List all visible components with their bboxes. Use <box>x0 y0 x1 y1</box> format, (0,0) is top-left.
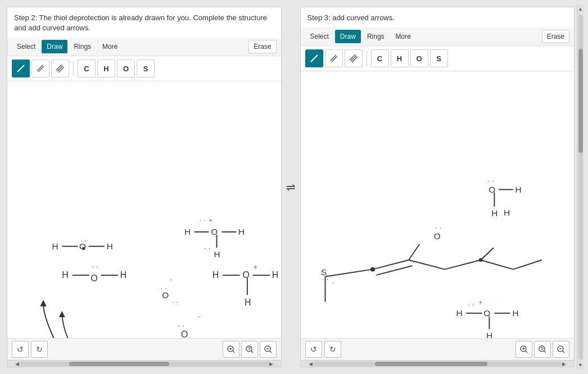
svg-text:·: · <box>468 302 469 309</box>
svg-text:H: H <box>52 241 58 251</box>
panel-2-hscrollbar: ◀ ▶ <box>301 360 575 367</box>
panel-1-hscrollbar: ◀ ▶ <box>7 360 281 367</box>
vscroll-track[interactable] <box>578 15 583 359</box>
panel-1: Step 2: The thiol deprotection is alread… <box>7 7 282 367</box>
zoom-out-btn-2[interactable] <box>553 341 569 358</box>
triple-bond-btn-2[interactable] <box>345 49 363 67</box>
svg-text:O: O <box>162 290 169 300</box>
vscroll-thumb[interactable] <box>578 49 583 152</box>
draw-button-1[interactable]: Draw <box>42 40 67 53</box>
erase-button-1[interactable]: Erase <box>248 40 276 53</box>
svg-line-0 <box>17 65 24 72</box>
svg-line-122 <box>481 248 494 260</box>
svg-text:H: H <box>238 227 245 236</box>
carbon-btn-1[interactable]: C <box>78 60 96 77</box>
panel-2-toolbar: Select Draw Rings More Erase <box>301 28 575 46</box>
panel-1-bottom-controls: ↺ ↻ <box>7 338 281 360</box>
single-bond-btn-1[interactable] <box>12 60 30 77</box>
svg-text:·: · <box>487 177 489 184</box>
svg-line-120 <box>409 260 445 270</box>
hydrogen-btn-2[interactable]: H <box>391 49 409 67</box>
erase-button-2[interactable]: Erase <box>542 30 569 43</box>
oxygen-btn-1[interactable]: O <box>117 60 135 77</box>
double-bond-btn-1[interactable] <box>31 60 49 77</box>
svg-line-116 <box>325 270 372 277</box>
svg-line-141 <box>544 351 546 353</box>
zoom-in-btn-1[interactable] <box>223 341 239 358</box>
svg-line-137 <box>526 351 527 353</box>
scroll-left-1[interactable]: ◀ <box>15 361 19 367</box>
svg-text:O: O <box>433 231 440 241</box>
triple-bond-btn-1[interactable] <box>51 60 69 77</box>
svg-line-119 <box>409 244 419 260</box>
panel-1-title: Step 2: The thiol deprotection is alread… <box>7 7 281 38</box>
svg-text:H: H <box>456 308 462 318</box>
svg-text:·: · <box>492 177 494 184</box>
panel-2-bottom-controls: ↺ ↻ <box>301 338 575 360</box>
select-button-2[interactable]: Select <box>305 30 334 43</box>
sulfur-btn-1[interactable]: S <box>137 60 155 77</box>
select-button-1[interactable]: Select <box>12 40 40 53</box>
zoom-in-btn-2[interactable] <box>515 341 532 358</box>
redo-btn-1[interactable]: ↻ <box>31 341 48 358</box>
svg-text:H: H <box>184 227 191 236</box>
vscroll-down[interactable]: ▼ <box>578 361 583 370</box>
hydrogen-btn-1[interactable]: H <box>97 60 115 77</box>
svg-text:·: · <box>440 225 441 232</box>
double-bond-btn-2[interactable] <box>325 49 343 67</box>
svg-line-143 <box>563 351 564 353</box>
scroll-right-2[interactable]: ▶ <box>562 361 566 367</box>
panel-1-draw-tools: C H O S <box>7 56 281 81</box>
sulfur-btn-2[interactable]: S <box>430 49 448 67</box>
zoom-reset-btn-2[interactable] <box>534 341 551 358</box>
svg-point-140 <box>539 346 545 352</box>
equilibrium-symbol: ⇌ <box>286 180 296 194</box>
oxygen-btn-2[interactable]: O <box>410 49 428 67</box>
svg-line-93 <box>311 55 318 62</box>
canvas-area-2[interactable]: · · O H H · · O H · · S · <box>301 71 575 338</box>
hscroll-thumb-2[interactable] <box>375 362 487 366</box>
redo-btn-2[interactable]: ↻ <box>324 341 341 358</box>
svg-text:·: · <box>204 217 206 224</box>
svg-text:H: H <box>107 241 113 251</box>
canvas-area-1[interactable]: H · · O H · · + H O H <box>7 81 281 338</box>
panel-1-toolbar: Select Draw Rings More Erase <box>7 38 281 56</box>
rings-button-2[interactable]: Rings <box>362 30 390 43</box>
svg-text:·: · <box>472 302 473 309</box>
panel-2: Step 3: add curved arrows. Select Draw R… <box>300 7 575 367</box>
hscroll-thumb-1[interactable] <box>69 362 169 366</box>
draw-button-2[interactable]: Draw <box>335 30 361 43</box>
svg-text:+: + <box>478 299 482 306</box>
svg-text:-: - <box>170 276 172 283</box>
svg-text:H: H <box>512 308 518 318</box>
svg-point-50 <box>82 247 85 250</box>
hscroll-track-2[interactable] <box>313 362 563 366</box>
rings-button-1[interactable]: Rings <box>69 40 96 53</box>
vscroll-up[interactable]: ▲ <box>578 4 583 13</box>
undo-btn-1[interactable]: ↺ <box>12 341 29 358</box>
single-bond-btn-2[interactable] <box>305 49 323 67</box>
zoom-out-btn-1[interactable] <box>260 341 277 358</box>
carbon-btn-2[interactable]: C <box>371 49 389 67</box>
svg-text:+: + <box>209 217 212 224</box>
svg-line-91 <box>270 351 272 353</box>
more-button-1[interactable]: More <box>97 40 123 53</box>
undo-btn-2[interactable]: ↺ <box>305 341 322 358</box>
scroll-right-1[interactable]: ▶ <box>269 361 273 367</box>
panel-1-zoom-controls <box>223 341 277 358</box>
svg-text:·: · <box>200 217 201 224</box>
svg-line-124 <box>481 260 513 270</box>
svg-text:H: H <box>504 208 510 217</box>
svg-text:H: H <box>515 185 521 194</box>
hscroll-track-1[interactable] <box>19 362 269 366</box>
tool-separator-1 <box>73 61 74 76</box>
svg-text:H: H <box>491 208 497 218</box>
panel-2-draw-tools: C H O S <box>301 46 575 71</box>
svg-text:·: · <box>332 279 334 286</box>
zoom-reset-btn-1[interactable] <box>241 341 258 358</box>
scroll-left-2[interactable]: ◀ <box>309 361 313 367</box>
svg-line-85 <box>233 351 234 353</box>
svg-text:·: · <box>172 299 174 306</box>
more-button-2[interactable]: More <box>391 30 416 43</box>
svg-line-121 <box>445 260 481 270</box>
